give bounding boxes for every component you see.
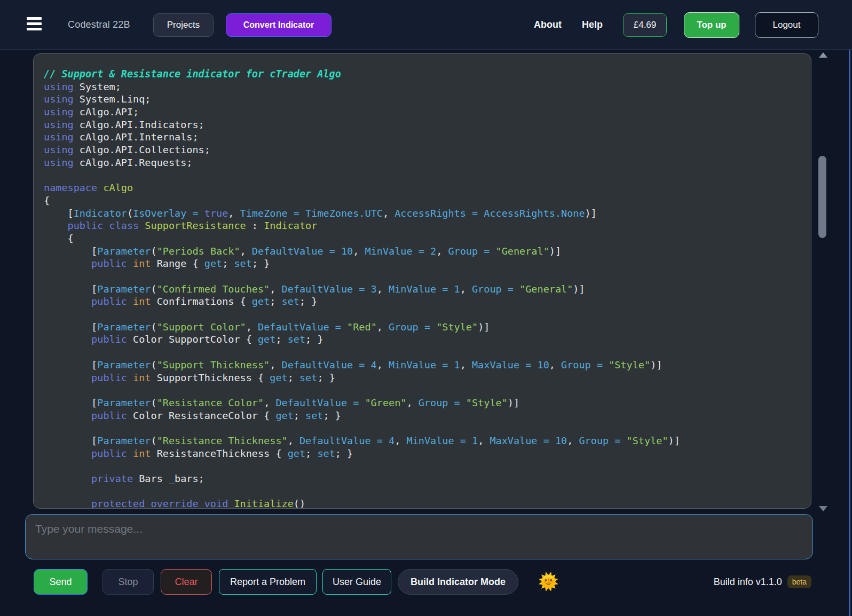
stop-button[interactable]: Stop	[102, 569, 154, 595]
convert-indicator-button[interactable]: Convert Indicator	[226, 13, 332, 37]
help-link[interactable]: Help	[582, 19, 603, 30]
app-title: Codestral 22B	[68, 19, 130, 30]
clear-button[interactable]: Clear	[161, 569, 212, 595]
user-guide-button[interactable]: User Guide	[322, 569, 391, 595]
report-problem-button[interactable]: Report a Problem	[219, 569, 317, 595]
scrollbar-down-icon[interactable]	[819, 506, 827, 511]
logout-button[interactable]: Logout	[755, 12, 818, 38]
beta-badge: beta	[787, 575, 811, 588]
message-input[interactable]	[25, 514, 813, 559]
menu-icon[interactable]	[27, 17, 43, 33]
scrollbar-up-icon[interactable]	[819, 52, 827, 58]
code-editor-panel[interactable]: // Support & Resistance indicator for cT…	[33, 53, 811, 509]
top-up-button[interactable]: Top up	[684, 12, 739, 38]
build-info-text: Build info v1.1.0	[714, 576, 782, 588]
balance-badge: £4.69	[623, 13, 667, 37]
top-navigation-bar: Codestral 22B Projects Convert Indicator…	[0, 0, 852, 50]
projects-button[interactable]: Projects	[153, 13, 214, 37]
about-link[interactable]: About	[534, 19, 562, 30]
window-edge-accent	[849, 50, 850, 616]
build-indicator-mode-button[interactable]: Build Indicator Mode	[398, 569, 518, 595]
code-content: // Support & Resistance indicator for cT…	[44, 68, 803, 509]
build-info: Build info v1.1.0 beta	[714, 575, 811, 588]
scrollbar-thumb[interactable]	[818, 156, 826, 238]
sun-face-emoji-icon: 🌞	[538, 573, 559, 591]
send-button[interactable]: Send	[34, 569, 88, 595]
